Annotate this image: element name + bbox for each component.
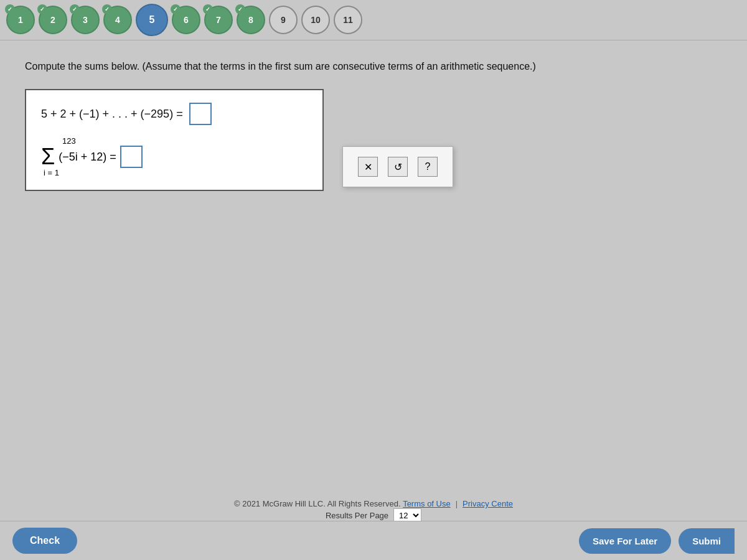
equation-1-text: 5 + 2 + (−1) + . . . + (−295) = — [41, 108, 183, 121]
nav-btn-label-2: 2 — [50, 15, 55, 25]
nav-btn-label-10: 10 — [311, 15, 321, 25]
footer: © 2021 McGraw Hill LLC. All Rights Reser… — [0, 497, 747, 523]
nav-btn-3[interactable]: ✓3 — [71, 6, 100, 34]
question-instruction: Compute the sums below. (Assume that the… — [25, 59, 722, 74]
main-content: Compute the sums below. (Assume that the… — [0, 40, 747, 507]
sigma-row: Σ (−5i + 12) = — [41, 146, 143, 168]
nav-btn-1[interactable]: ✓1 — [6, 6, 35, 34]
results-label: Results Per Page — [326, 511, 388, 520]
save-later-button[interactable]: Save For Later — [579, 528, 671, 554]
nav-btn-6[interactable]: ✓6 — [172, 6, 200, 34]
check-icon: ✓ — [203, 4, 213, 14]
sigma-expression: (−5i + 12) = — [59, 151, 116, 164]
check-icon: ✓ — [37, 4, 47, 14]
equation-1-row: 5 + 2 + (−1) + . . . + (−295) = — [41, 103, 308, 125]
bottom-right-actions: Save For Later Submi — [579, 528, 735, 554]
footer-divider: | — [456, 499, 458, 508]
privacy-center-link[interactable]: Privacy Cente — [463, 499, 513, 508]
terms-of-use-link[interactable]: Terms of Use — [403, 499, 451, 508]
check-icon: ✓ — [70, 4, 80, 14]
check-icon: ✓ — [171, 4, 181, 14]
nav-btn-label-4: 4 — [115, 15, 120, 25]
nav-btn-2[interactable]: ✓2 — [39, 6, 67, 34]
help-button[interactable]: ? — [418, 157, 438, 177]
check-icon: ✓ — [235, 4, 245, 14]
nav-btn-label-5: 5 — [149, 14, 155, 26]
question-nav: ✓1✓2✓3✓45✓6✓7✓891011 — [0, 0, 747, 40]
submit-button[interactable]: Submi — [679, 528, 735, 554]
sigma-symbol: Σ — [41, 146, 55, 168]
nav-btn-label-11: 11 — [343, 15, 353, 25]
answer-input-2[interactable] — [120, 146, 143, 168]
footer-links: © 2021 McGraw Hill LLC. All Rights Reser… — [0, 499, 747, 508]
nav-btn-label-8: 8 — [248, 15, 253, 25]
nav-btn-10[interactable]: 10 — [301, 6, 330, 34]
sigma-lower: i = 1 — [44, 168, 59, 177]
nav-btn-label-1: 1 — [18, 15, 23, 25]
sigma-block: 123 Σ (−5i + 12) = i = 1 — [41, 136, 308, 177]
nav-btn-9[interactable]: 9 — [269, 6, 298, 34]
nav-btn-label-9: 9 — [281, 15, 286, 25]
nav-btn-11[interactable]: 11 — [334, 6, 362, 34]
nav-btn-7[interactable]: ✓7 — [204, 6, 233, 34]
feedback-popup: ✕ ↺ ? — [342, 146, 453, 187]
nav-btn-8[interactable]: ✓8 — [237, 6, 265, 34]
copyright-text: © 2021 McGraw Hill LLC. All Rights Reser… — [234, 499, 401, 508]
nav-btn-4[interactable]: ✓4 — [103, 6, 132, 34]
check-icon: ✓ — [5, 4, 15, 14]
close-button[interactable]: ✕ — [358, 157, 378, 177]
sigma-upper: 123 — [62, 136, 76, 146]
answer-input-1[interactable] — [189, 103, 212, 125]
nav-btn-label-3: 3 — [83, 15, 88, 25]
nav-btn-label-7: 7 — [216, 15, 221, 25]
nav-btn-5[interactable]: 5 — [136, 4, 168, 36]
check-button[interactable]: Check — [12, 528, 77, 554]
check-icon: ✓ — [102, 4, 112, 14]
undo-button[interactable]: ↺ — [388, 157, 408, 177]
problem-box: 5 + 2 + (−1) + . . . + (−295) = 123 Σ (−… — [25, 89, 324, 191]
bottom-bar: Check Save For Later Submi — [0, 521, 747, 560]
nav-btn-label-6: 6 — [184, 15, 189, 25]
